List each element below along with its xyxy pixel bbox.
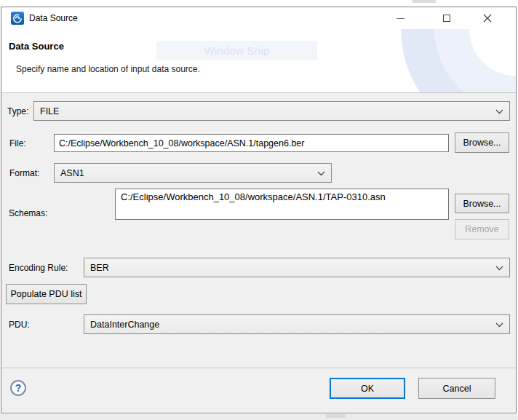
- data-source-dialog: Data Source Data Source Window Snip: [1, 7, 517, 413]
- file-browse-button[interactable]: Browse...: [455, 132, 509, 153]
- page-subtitle: Specify name and location of input data …: [16, 64, 200, 74]
- footer-separator: [1, 368, 516, 368]
- minimize-button[interactable]: [384, 7, 416, 29]
- type-label: Type:: [7, 106, 28, 116]
- schemas-label: Schemas:: [9, 208, 47, 218]
- background-strip: [0, 414, 518, 420]
- minimize-icon: [397, 18, 405, 19]
- close-icon: [483, 14, 492, 23]
- populate-pdu-list-button[interactable]: Populate PDU list: [6, 284, 87, 304]
- ok-button[interactable]: OK: [330, 378, 405, 399]
- schemas-browse-button[interactable]: Browse...: [455, 194, 509, 213]
- pdu-value: DataInterChange: [90, 320, 159, 330]
- pdu-select[interactable]: DataInterChange: [84, 314, 510, 334]
- screen: Data Source Data Source Window Snip: [0, 0, 518, 420]
- type-value: FILE: [40, 106, 59, 116]
- type-select[interactable]: FILE: [33, 101, 510, 121]
- format-select[interactable]: ASN1: [54, 163, 332, 183]
- chevron-down-icon: [495, 266, 503, 271]
- schema-list-item[interactable]: C:/Eclipse/Workbench_10_08/workspace/ASN…: [116, 189, 448, 202]
- maximize-button[interactable]: [431, 7, 463, 29]
- file-input[interactable]: [54, 134, 449, 152]
- chevron-down-icon: [317, 171, 325, 176]
- format-value: ASN1: [60, 168, 84, 178]
- encoding-rule-value: BER: [90, 263, 109, 273]
- screenshot-artifact-top: [413, 0, 436, 3]
- file-label: File:: [9, 138, 26, 148]
- help-button[interactable]: ?: [10, 380, 26, 396]
- screenshot-artifact-bottom: [326, 414, 346, 418]
- maximize-icon: [443, 15, 450, 22]
- app-swirl-icon: [11, 12, 24, 25]
- encoding-rule-label: Encoding Rule:: [9, 263, 68, 273]
- schemas-remove-button[interactable]: Remove: [455, 219, 509, 239]
- title-bar[interactable]: Data Source: [1, 7, 516, 29]
- chevron-down-icon: [495, 322, 503, 328]
- wizard-banner: Data Source Window Snip Specify name and…: [1, 29, 516, 93]
- pdu-label: PDU:: [9, 320, 30, 330]
- close-button[interactable]: [471, 7, 503, 29]
- banner-decoration: [378, 29, 516, 93]
- format-label: Format:: [9, 168, 39, 178]
- page-title: Data Source: [9, 41, 64, 52]
- cancel-button[interactable]: Cancel: [418, 378, 495, 399]
- help-icon: ?: [15, 382, 22, 394]
- encoding-rule-select[interactable]: BER: [84, 258, 510, 277]
- window-snip-watermark: Window Snip: [156, 41, 317, 60]
- schemas-listbox[interactable]: C:/Eclipse/Workbench_10_08/workspace/ASN…: [115, 189, 449, 220]
- chevron-down-icon: [495, 109, 503, 114]
- window-title: Data Source: [29, 13, 78, 23]
